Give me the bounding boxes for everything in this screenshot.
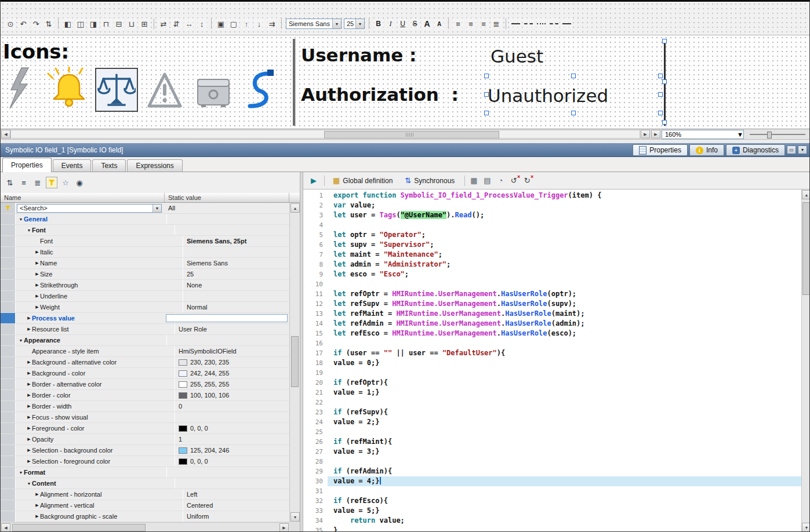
property-value-cell[interactable] <box>183 247 289 257</box>
property-value-cell[interactable]: 100, 100, 106 <box>175 390 289 400</box>
property-name-cell[interactable]: ▶Name <box>16 258 183 268</box>
property-value-cell[interactable]: 25 <box>183 269 289 279</box>
filter-funnel-icon[interactable] <box>46 177 57 188</box>
expander-right-icon[interactable]: ▶ <box>34 283 40 287</box>
scroll-right-button[interactable]: ▶ <box>641 130 650 139</box>
same-width-icon[interactable]: ↔ <box>183 18 195 30</box>
code-line[interactable]: 29if (refAdmin){ <box>303 467 801 476</box>
scroll-right-button[interactable]: ▶ <box>279 523 289 532</box>
expander-right-icon[interactable]: ▶ <box>34 305 40 309</box>
history-icon[interactable]: ◔ <box>495 175 506 187</box>
synchronous-button[interactable]: ⇅Synchronous <box>399 174 460 188</box>
property-name-cell[interactable]: ▶Border - width <box>16 401 175 411</box>
property-row[interactable]: ▶Background graphic - scaleUniform <box>1 511 289 522</box>
code-line[interactable]: 10 <box>303 279 801 289</box>
property-value-cell[interactable] <box>175 225 289 235</box>
align-text-center-icon[interactable]: ≡ <box>465 18 477 30</box>
scroll-page-right-button[interactable]: ▶ <box>651 130 660 139</box>
scrollbar-thumb[interactable] <box>291 336 299 387</box>
selection-handle[interactable] <box>571 111 576 115</box>
eye-icon[interactable]: ◉ <box>74 177 85 188</box>
property-value-cell[interactable]: User Role <box>175 324 289 334</box>
code-line[interactable]: 34 return value; <box>303 516 801 526</box>
selection-handle[interactable] <box>658 74 663 78</box>
property-row[interactable]: ▶Resource listUser Role <box>1 324 289 335</box>
property-value-cell[interactable]: 242, 244, 255 <box>175 368 289 378</box>
flip-icon[interactable]: ⇅ <box>43 18 55 30</box>
expander-right-icon[interactable]: ▶ <box>26 382 32 387</box>
line-dashdot-icon[interactable] <box>548 18 560 30</box>
code-line[interactable]: 31 <box>303 486 801 496</box>
username-io-field[interactable]: Guest <box>491 46 543 67</box>
property-value-cell[interactable]: 1 <box>175 434 289 444</box>
property-name-cell[interactable]: ▶Process value <box>16 313 175 323</box>
strikethrough-button[interactable]: S <box>409 19 420 30</box>
selection-handle[interactable] <box>484 111 489 115</box>
property-name-cell[interactable]: ▼Content <box>16 478 175 489</box>
expander-right-icon[interactable]: ▶ <box>26 437 32 442</box>
group-icon[interactable]: ▣ <box>215 18 227 30</box>
script-code-area[interactable]: 1export function Symbolic_IO_field_1_Pro… <box>303 190 801 532</box>
code-line[interactable]: 3let user = Tags("@UserName").Read(); <box>303 210 801 220</box>
code-line[interactable]: 21value = 1;} <box>303 388 801 398</box>
expander-right-icon[interactable]: ▶ <box>34 514 40 519</box>
username-label-object[interactable]: Username : <box>301 45 416 65</box>
expander-down-icon[interactable]: ▼ <box>18 217 24 221</box>
scroll-left-button[interactable]: ◀ <box>1 523 10 532</box>
property-name-cell[interactable]: ▶Background - color <box>16 368 175 378</box>
rotate-right-icon[interactable]: ↷ <box>30 18 42 30</box>
align-top-icon[interactable]: ⊓ <box>100 18 112 30</box>
line-dashed-icon[interactable] <box>522 18 534 30</box>
warning-alarm-icon[interactable] <box>147 71 183 111</box>
zoom-select[interactable]: 160% ▼ <box>662 130 744 139</box>
column-header-name[interactable]: Name <box>1 193 165 202</box>
rename-icon[interactable]: ▤ <box>481 175 493 187</box>
decrease-font-button[interactable]: A <box>434 19 445 30</box>
selection-handle[interactable] <box>571 74 576 78</box>
italic-button[interactable]: I <box>385 19 396 30</box>
property-row[interactable]: ▶Italic <box>1 247 289 258</box>
property-name-cell[interactable]: ▶Alignment - horizontal <box>16 489 183 500</box>
align-bottom-icon[interactable]: ⊔ <box>126 18 137 30</box>
scroll-left-button[interactable]: ◀ <box>1 130 10 139</box>
code-line[interactable]: 26if (refMaint){ <box>303 437 801 447</box>
property-name-cell[interactable]: ▶Size <box>16 269 183 279</box>
scroll-up-button[interactable]: ▲ <box>802 190 810 199</box>
property-name-cell[interactable]: ▶Selection - foreground color <box>16 456 175 467</box>
property-row[interactable]: FontSiemens Sans, 25pt <box>1 236 289 247</box>
property-row[interactable]: ▶Size25 <box>1 269 289 280</box>
scales-icon-frame[interactable] <box>95 68 138 112</box>
connector-icon[interactable] <box>243 67 275 111</box>
code-line[interactable]: 24value = 2;} <box>303 417 801 427</box>
expander-right-icon[interactable]: ▶ <box>34 294 40 298</box>
property-name-cell[interactable]: ▶Selection - background color <box>16 445 175 456</box>
align-middle-icon[interactable]: ⊟ <box>113 18 125 30</box>
property-value-cell[interactable]: 255, 255, 255 <box>175 379 289 389</box>
property-row[interactable]: ▼Font <box>1 225 289 236</box>
global-definition-button[interactable]: ▦Global definition <box>328 174 398 188</box>
icons-label[interactable]: Icons: <box>3 40 69 63</box>
selection-handle[interactable] <box>662 120 667 125</box>
property-row[interactable]: ▶Alignment - verticalCentered <box>1 500 289 511</box>
code-line[interactable]: 5let optr = "Operator"; <box>303 230 801 240</box>
zoom-slider-thumb[interactable] <box>767 132 772 139</box>
property-value-cell[interactable] <box>175 478 289 489</box>
same-height-icon[interactable]: ↕ <box>196 18 208 30</box>
code-line[interactable]: 12let refSupv = HMIRuntime.UserManagemen… <box>303 299 801 309</box>
code-line[interactable]: 28 <box>303 457 801 467</box>
code-line[interactable]: 13let refMaint = HMIRuntime.UserManageme… <box>303 309 801 319</box>
send-to-back-icon[interactable]: ↓ <box>253 18 265 30</box>
property-name-cell[interactable]: ▼General <box>16 214 166 224</box>
property-row[interactable]: ▼Content <box>1 478 289 489</box>
code-line[interactable]: 15let refEsco = HMIRuntime.UserManagemen… <box>303 329 801 338</box>
scroll-down-button[interactable]: ▼ <box>802 523 810 532</box>
expander-right-icon[interactable]: ▶ <box>34 250 40 254</box>
expander-right-icon[interactable]: ▶ <box>34 503 40 508</box>
property-value-cell[interactable]: None <box>183 280 289 290</box>
detail-view-icon[interactable]: ≣ <box>32 177 43 188</box>
chevron-down-icon[interactable]: ▼ <box>737 131 743 138</box>
property-name-cell[interactable]: ▶Foreground - color <box>16 423 175 433</box>
expander-right-icon[interactable]: ▶ <box>26 316 32 320</box>
property-row[interactable]: ▶Focus - show visual <box>1 412 289 423</box>
screen-canvas[interactable]: Icons: <box>1 35 809 129</box>
